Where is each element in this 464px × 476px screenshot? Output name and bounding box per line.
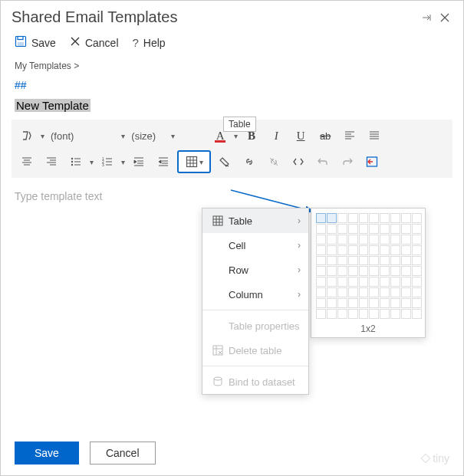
- grid-cell[interactable]: [348, 309, 358, 319]
- grid-cell[interactable]: [348, 277, 358, 287]
- grid-cell[interactable]: [316, 298, 326, 308]
- grid-cell[interactable]: [390, 245, 400, 255]
- grid-cell[interactable]: [327, 213, 337, 223]
- grid-cell[interactable]: [369, 298, 379, 308]
- grid-cell[interactable]: [401, 287, 411, 297]
- grid-cell[interactable]: [369, 266, 379, 276]
- grid-cell[interactable]: [316, 277, 326, 287]
- grid-cell[interactable]: [380, 287, 390, 297]
- hash-link[interactable]: ##: [1, 76, 463, 94]
- grid-cell[interactable]: [401, 277, 411, 287]
- unlink-button[interactable]: [263, 151, 285, 172]
- link-button[interactable]: [239, 151, 260, 172]
- grid-cell[interactable]: [337, 245, 347, 255]
- grid-cell[interactable]: [359, 245, 369, 255]
- grid-cell[interactable]: [369, 309, 379, 319]
- grid-cell[interactable]: [412, 298, 422, 308]
- align-left-button[interactable]: [339, 125, 360, 146]
- grid-cell[interactable]: [359, 277, 369, 287]
- grid-cell[interactable]: [412, 309, 422, 319]
- grid-cell[interactable]: [337, 213, 347, 223]
- grid-cell[interactable]: [390, 309, 400, 319]
- grid-cell[interactable]: [337, 298, 347, 308]
- grid-cell[interactable]: [327, 277, 337, 287]
- grid-cell[interactable]: [369, 256, 379, 266]
- chevron-down-icon[interactable]: ▾: [90, 158, 94, 166]
- grid-cell[interactable]: [337, 287, 347, 297]
- grid-cell[interactable]: [337, 256, 347, 266]
- grid-cell[interactable]: [359, 256, 369, 266]
- grid-cell[interactable]: [348, 287, 358, 297]
- grid-cell[interactable]: [327, 256, 337, 266]
- grid-cell[interactable]: [327, 298, 337, 308]
- menu-item-table[interactable]: Table ›: [202, 208, 308, 233]
- chevron-down-icon[interactable]: ▾: [41, 132, 44, 140]
- strikethrough-button[interactable]: ab: [314, 125, 336, 146]
- align-center-button[interactable]: [16, 151, 38, 172]
- grid-cell[interactable]: [390, 213, 400, 223]
- grid-cell[interactable]: [401, 235, 411, 245]
- table-button[interactable]: ▾: [177, 150, 211, 173]
- grid-cell[interactable]: [348, 298, 358, 308]
- pin-icon[interactable]: [419, 10, 434, 25]
- grid-cell[interactable]: [348, 245, 358, 255]
- grid-cell[interactable]: [390, 235, 400, 245]
- grid-cell[interactable]: [316, 287, 326, 297]
- underline-button[interactable]: U: [290, 125, 311, 146]
- grid-cell[interactable]: [380, 245, 390, 255]
- grid-cell[interactable]: [316, 256, 326, 266]
- grid-cell[interactable]: [316, 245, 326, 255]
- grid-cell[interactable]: [316, 235, 326, 245]
- grid-cell[interactable]: [380, 235, 390, 245]
- grid-cell[interactable]: [412, 277, 422, 287]
- grid-cell[interactable]: [359, 213, 369, 223]
- grid-cell[interactable]: [337, 266, 347, 276]
- grid-cell[interactable]: [337, 235, 347, 245]
- italic-button[interactable]: I: [265, 125, 287, 146]
- grid-cell[interactable]: [401, 309, 411, 319]
- grid-cell[interactable]: [369, 245, 379, 255]
- undo-button[interactable]: [312, 151, 334, 172]
- chevron-down-icon[interactable]: ▾: [121, 158, 125, 166]
- code-button[interactable]: [288, 151, 309, 172]
- grid-cell[interactable]: [359, 298, 369, 308]
- chevron-down-icon[interactable]: ▾: [171, 132, 175, 140]
- grid-cell[interactable]: [337, 224, 347, 234]
- grid-cell[interactable]: [327, 224, 337, 234]
- grid-cell[interactable]: [327, 309, 337, 319]
- grid-cell[interactable]: [390, 256, 400, 266]
- grid-cell[interactable]: [359, 235, 369, 245]
- grid-cell[interactable]: [359, 287, 369, 297]
- grid-cell[interactable]: [348, 224, 358, 234]
- grid-cell[interactable]: [380, 266, 390, 276]
- grid-cell[interactable]: [390, 298, 400, 308]
- grid-cell[interactable]: [316, 224, 326, 234]
- grid-cell[interactable]: [369, 213, 379, 223]
- grid-cell[interactable]: [390, 224, 400, 234]
- grid-cell[interactable]: [390, 266, 400, 276]
- grid-cell[interactable]: [369, 235, 379, 245]
- grid-cell[interactable]: [401, 256, 411, 266]
- grid-cell[interactable]: [369, 277, 379, 287]
- grid-cell[interactable]: [337, 309, 347, 319]
- size-selector[interactable]: (size): [128, 130, 159, 142]
- grid-cell[interactable]: [327, 245, 337, 255]
- format-menu-button[interactable]: [16, 125, 38, 146]
- grid-cell[interactable]: [401, 224, 411, 234]
- save-footer-button[interactable]: Save: [15, 442, 79, 465]
- grid-cell[interactable]: [359, 224, 369, 234]
- grid-cell[interactable]: [412, 266, 422, 276]
- grid-cell[interactable]: [327, 287, 337, 297]
- menu-item-column[interactable]: Column ›: [202, 282, 308, 307]
- grid-cell[interactable]: [337, 277, 347, 287]
- grid-cell[interactable]: [327, 266, 337, 276]
- grid-cell[interactable]: [348, 235, 358, 245]
- grid-cell[interactable]: [359, 309, 369, 319]
- grid-cell[interactable]: [380, 224, 390, 234]
- menu-item-row[interactable]: Row ›: [202, 258, 308, 282]
- table-size-picker[interactable]: 1x2: [311, 208, 426, 338]
- cancel-footer-button[interactable]: Cancel: [90, 442, 156, 465]
- align-justify-button[interactable]: [364, 125, 385, 146]
- grid-cell[interactable]: [380, 309, 390, 319]
- grid-cell[interactable]: [380, 256, 390, 266]
